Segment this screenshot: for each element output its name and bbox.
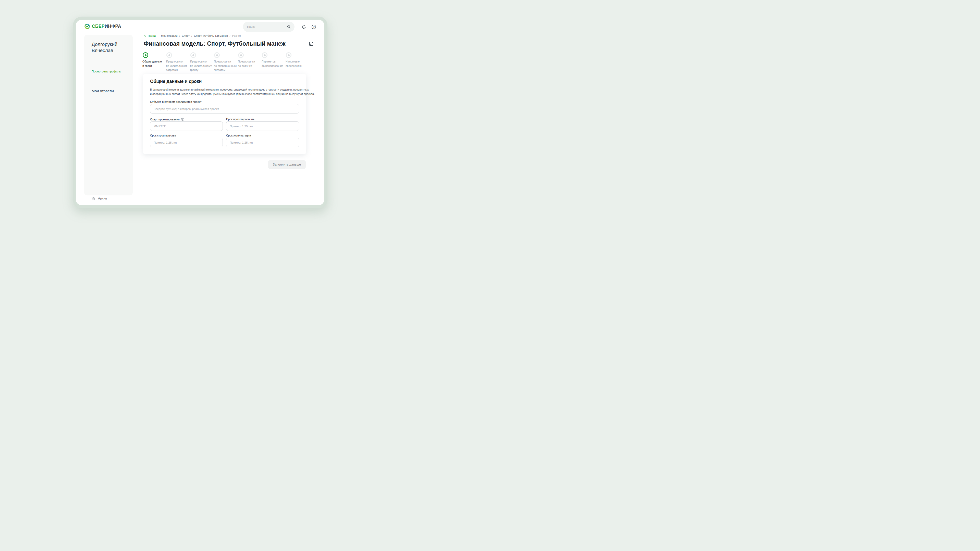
step-3-capital-grant[interactable]	[190, 52, 196, 58]
search-icon[interactable]	[287, 25, 291, 29]
app-window: СБЕРИНФРА ? Долгорукий	[76, 20, 325, 205]
fill-next-button[interactable]: Заполнить дальше	[268, 160, 306, 169]
step-label: Предпосылки по операционным затратам	[214, 59, 237, 72]
info-icon[interactable]	[181, 118, 184, 121]
archive-icon	[91, 197, 95, 200]
step-label: Предпосылки по выручке	[238, 59, 261, 68]
view-profile-link[interactable]: Посмотреть профиль	[92, 70, 121, 73]
archive-label: Архив	[98, 197, 107, 200]
save-icon[interactable]	[309, 41, 314, 47]
page-background: СБЕРИНФРА ? Долгорукий	[0, 0, 400, 225]
step-label: Предпосылки по капитальным затратам	[166, 59, 189, 72]
sidebar-item-archive[interactable]: Архив	[91, 197, 107, 200]
form-card: Общие данные и сроки В финансовой модели…	[143, 74, 306, 154]
breadcrumb-separator: /	[191, 34, 192, 37]
help-icon[interactable]: ?	[311, 24, 317, 30]
field-label-text: Старт проектирования	[150, 118, 180, 121]
breadcrumb: Назад Мои отрасли / Спорт / Спорт, Футбо…	[144, 34, 241, 37]
step-label: Параметры финансирования	[262, 59, 285, 68]
page-title: Финансовая модель: Спорт, Футбольный ман…	[144, 40, 286, 47]
user-name: Долгорукий Вячеслав	[92, 41, 118, 54]
step-4-opex[interactable]	[214, 52, 220, 58]
design-start-input[interactable]	[150, 121, 223, 131]
logout-label: Выход	[98, 205, 107, 205]
breadcrumb-item[interactable]: Мои отрасли	[161, 34, 178, 37]
operation-period-input[interactable]	[226, 138, 299, 147]
back-label: Назад	[148, 34, 156, 37]
step-label: Общие данные и сроки	[142, 59, 165, 68]
sidebar-divider	[92, 79, 125, 79]
section-description: В финансовой модели заложен платёжный ме…	[150, 87, 315, 96]
back-link[interactable]: Назад	[144, 34, 156, 37]
logout-icon	[91, 205, 95, 205]
svg-text:?: ?	[313, 25, 314, 28]
field-label-design-start: Старт проектирования	[150, 118, 184, 121]
field-label-construction-period: Срок строительства	[150, 134, 176, 137]
breadcrumb-item[interactable]: Спорт, Футбольный манеж	[194, 34, 228, 37]
step-6-financing[interactable]	[262, 52, 267, 58]
construction-period-input[interactable]	[150, 138, 223, 147]
step-label: Предпосылки по капитальному гранту	[190, 59, 213, 72]
sidebar: Долгорукий Вячеслав Посмотреть профиль М…	[84, 35, 133, 195]
field-label-design-period: Срок проектирования	[226, 118, 255, 121]
notifications-bell-icon[interactable]	[301, 24, 307, 30]
step-5-revenue[interactable]	[238, 52, 244, 58]
step-1-general-data[interactable]	[143, 52, 148, 58]
sidebar-item-logout[interactable]: Выход	[91, 205, 107, 205]
sidebar-item-my-industries[interactable]: Мои отрасли	[92, 89, 114, 93]
breadcrumb-item-current: Расчёт	[232, 34, 241, 37]
breadcrumb-separator: /	[180, 34, 180, 37]
field-label-subject: Субъект, в котором реализуется проект	[150, 100, 202, 103]
logo-text: СБЕРИНФРА	[92, 24, 121, 29]
chevron-left-icon	[144, 35, 146, 37]
breadcrumb-separator: /	[230, 34, 231, 37]
sber-logo-icon	[84, 24, 90, 29]
subject-input[interactable]	[150, 104, 299, 114]
card-divider	[150, 98, 299, 98]
section-title: Общие данные и сроки	[150, 79, 202, 84]
breadcrumb-items: Мои отрасли / Спорт / Спорт, Футбольный …	[161, 34, 241, 37]
search-input[interactable]	[247, 25, 287, 29]
breadcrumb-item[interactable]: Спорт	[182, 34, 189, 37]
design-period-input[interactable]	[226, 121, 299, 131]
search-bar[interactable]	[243, 22, 294, 32]
field-label-operation-period: Срок эксплуатации	[226, 134, 251, 137]
brand-logo: СБЕРИНФРА	[84, 24, 121, 29]
step-label: Налоговые предпосылки	[286, 59, 309, 68]
step-2-capex[interactable]	[166, 52, 172, 58]
step-7-tax[interactable]	[286, 52, 291, 58]
